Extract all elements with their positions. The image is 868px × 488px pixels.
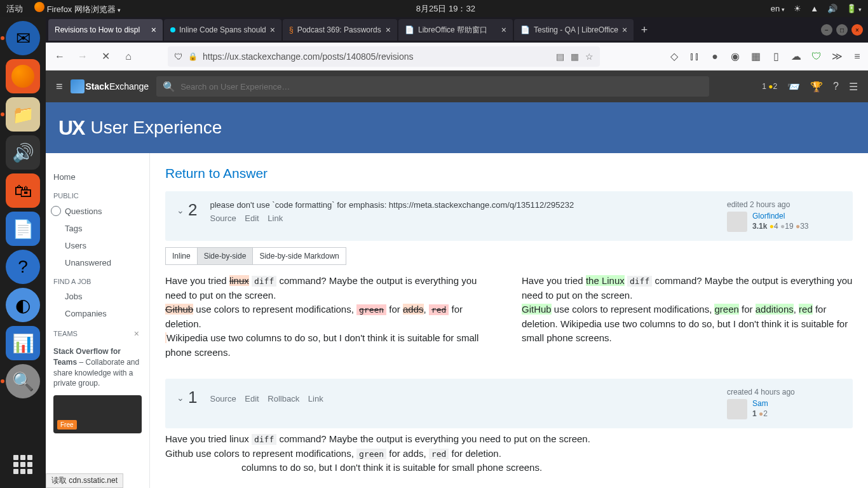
- search-input[interactable]: [180, 82, 703, 92]
- battery-icon[interactable]: 🔋: [846, 4, 862, 13]
- edit-link[interactable]: Edit: [245, 214, 259, 223]
- launcher-chromium[interactable]: ◐: [6, 288, 40, 322]
- se-menu-icon[interactable]: ☰: [849, 81, 858, 93]
- ext-icon-6[interactable]: 🛡: [811, 51, 822, 62]
- link-link[interactable]: Link: [268, 214, 283, 223]
- inbox-icon[interactable]: 📨: [787, 81, 800, 93]
- launcher-help[interactable]: ?: [6, 250, 40, 284]
- tabstrip: Revisions to How to displ× Inline Code S…: [46, 17, 868, 43]
- diff-right: Have you tried the Linux diff command? M…: [522, 274, 853, 360]
- close-icon[interactable]: ×: [622, 25, 627, 35]
- tab-inline[interactable]: Inline: [165, 247, 198, 265]
- se-search[interactable]: 🔍: [156, 76, 709, 97]
- overflow-icon[interactable]: ≫: [831, 50, 843, 62]
- link-link[interactable]: Link: [308, 394, 323, 403]
- avatar[interactable]: [727, 212, 747, 232]
- browser-window: Revisions to How to displ× Inline Code S…: [46, 17, 868, 488]
- close-icon[interactable]: ×: [386, 25, 391, 35]
- close-icon[interactable]: ×: [270, 25, 275, 35]
- tab-3[interactable]: §Podcast 369: Passwords×: [283, 19, 397, 41]
- launcher-vbox[interactable]: 📊: [6, 326, 40, 360]
- edit-link[interactable]: Edit: [245, 394, 259, 403]
- launcher-rhythmbox[interactable]: 🔊: [6, 135, 40, 170]
- launcher-files[interactable]: 📁: [6, 97, 40, 132]
- ext-icon-4[interactable]: ▯: [770, 50, 782, 62]
- revision-1-header: ⌄ 1 Source Edit Rollback Link created 4 …: [165, 379, 853, 428]
- diff-view-tabs: Inline Side-by-side Side-by-side Markdow…: [165, 247, 853, 265]
- nav-questions[interactable]: Questions: [46, 202, 149, 220]
- ext-icon-2[interactable]: ◉: [729, 50, 741, 62]
- launcher-magnifier[interactable]: 🔍: [6, 364, 40, 398]
- volume-icon[interactable]: 🔊: [827, 4, 837, 13]
- diff-left: Have you tried linux diff command? Maybe…: [165, 274, 496, 360]
- stop-button[interactable]: ✕: [97, 48, 114, 65]
- chevron-down-icon[interactable]: ⌄: [177, 393, 184, 403]
- tab-2[interactable]: Inline Code Spans should×: [164, 19, 281, 41]
- lock-icon[interactable]: 🔒: [188, 52, 198, 61]
- tab-5[interactable]: 📄Testing - QA | LibreOffice×: [514, 19, 634, 41]
- launcher-thunderbird[interactable]: ✉: [6, 21, 40, 55]
- help-icon[interactable]: ?: [833, 81, 839, 92]
- se-logo[interactable]: StackExchange: [71, 79, 149, 93]
- window-minimize[interactable]: −: [821, 24, 832, 36]
- tab-1[interactable]: Revisions to How to displ×: [48, 19, 163, 41]
- forward-button[interactable]: →: [74, 48, 92, 65]
- bookmark-icon[interactable]: ☆: [585, 51, 593, 62]
- network-icon[interactable]: ▲: [810, 4, 818, 13]
- site-logo[interactable]: UX User Experience: [58, 116, 222, 140]
- qr-icon[interactable]: ▦: [571, 51, 579, 62]
- launcher-apps[interactable]: [6, 447, 40, 482]
- trophy-icon[interactable]: 🏆: [810, 81, 823, 93]
- reputation[interactable]: 1 ●2: [762, 82, 777, 91]
- teams-close-icon[interactable]: ×: [134, 329, 142, 339]
- home-button[interactable]: ⌂: [119, 48, 137, 65]
- nav-companies[interactable]: Companies: [46, 305, 149, 322]
- teams-promo-image[interactable]: Free: [53, 395, 142, 433]
- launcher-firefox[interactable]: [6, 59, 40, 93]
- pocket-icon[interactable]: ◇: [668, 50, 680, 62]
- tab-side-by-side[interactable]: Side-by-side: [198, 247, 254, 265]
- tab-4[interactable]: 📄LibreOffice 帮助窗口×: [398, 19, 513, 41]
- shield-icon[interactable]: 🛡: [174, 51, 183, 62]
- brightness-icon[interactable]: ☀: [794, 4, 801, 13]
- left-sidebar: Home PUBLIC Questions Tags Users Unanswe…: [46, 153, 150, 488]
- activities-button[interactable]: 活动: [6, 3, 23, 15]
- new-tab-button[interactable]: +: [635, 24, 654, 37]
- lang-indicator[interactable]: en: [771, 4, 785, 13]
- nav-users[interactable]: Users: [46, 237, 149, 254]
- revision-1-content: Have you tried linux diff command? Maybe…: [165, 432, 853, 475]
- tab-side-by-side-markdown[interactable]: Side-by-side Markdown: [253, 247, 346, 265]
- ext-icon-1[interactable]: ●: [709, 51, 721, 62]
- library-icon[interactable]: ⫿⫿: [689, 51, 700, 62]
- ux-icon: UX: [58, 116, 84, 140]
- close-icon[interactable]: ×: [501, 25, 506, 35]
- rollback-link[interactable]: Rollback: [268, 394, 299, 403]
- avatar[interactable]: [727, 399, 747, 419]
- se-hamburger-icon[interactable]: ≡: [56, 80, 63, 93]
- chevron-down-icon[interactable]: ⌄: [177, 205, 184, 215]
- app-indicator[interactable]: Firefox 网络浏览器: [34, 2, 121, 15]
- user-link[interactable]: Glorfindel: [752, 212, 809, 220]
- source-link[interactable]: Source: [210, 214, 236, 223]
- launcher: ✉ 📁 🔊 🛍 📄 ? ◐ 📊 🔍: [0, 17, 46, 488]
- nav-unanswered[interactable]: Unanswered: [46, 254, 149, 271]
- nav-tags[interactable]: Tags: [46, 220, 149, 237]
- launcher-writer[interactable]: 📄: [6, 212, 40, 246]
- return-link[interactable]: Return to Answer: [165, 166, 853, 181]
- window-close[interactable]: ×: [851, 24, 863, 36]
- user-link[interactable]: Sam: [752, 399, 768, 408]
- clock[interactable]: 8月25日 19：32: [121, 3, 771, 15]
- url-bar[interactable]: 🛡 🔒 https://ux.stackexchange.com/posts/1…: [168, 46, 600, 67]
- close-icon[interactable]: ×: [151, 25, 156, 35]
- ext-icon-3[interactable]: ▦: [750, 50, 761, 62]
- nav-jobs[interactable]: Jobs: [46, 288, 149, 305]
- launcher-software[interactable]: 🛍: [6, 173, 40, 208]
- window-maximize[interactable]: □: [836, 24, 848, 36]
- edited-time: edited 2 hours ago: [727, 200, 841, 209]
- ext-icon-5[interactable]: ☁: [790, 50, 802, 62]
- back-button[interactable]: ←: [51, 48, 69, 65]
- menu-icon[interactable]: ≡: [851, 51, 863, 62]
- reader-icon[interactable]: ▤: [556, 51, 564, 62]
- nav-home[interactable]: Home: [46, 168, 149, 186]
- source-link[interactable]: Source: [210, 394, 236, 403]
